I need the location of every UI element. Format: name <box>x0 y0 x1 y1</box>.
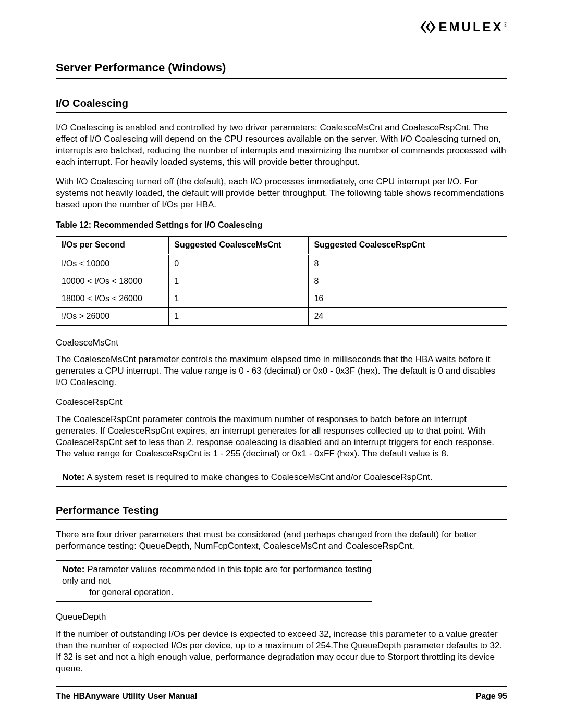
table-cell: 24 <box>309 308 507 326</box>
note-text: A system reset is required to make chang… <box>84 472 432 482</box>
col-ios: I/Os per Second <box>56 237 169 255</box>
table-cell: !/Os > 26000 <box>56 308 169 326</box>
logo-text: EMULEX® <box>439 19 507 35</box>
page-footer: The HBAnyware Utility User Manual Page 9… <box>56 686 507 702</box>
table-cell: 0 <box>169 254 309 273</box>
table-cell: 16 <box>309 290 507 308</box>
table-row: 10000 < I/Os < 1800018 <box>56 273 507 290</box>
table-cell: 8 <box>309 254 507 273</box>
note-line2: for general operation. <box>62 587 372 598</box>
para-perf-1: There are four driver parameters that mu… <box>56 529 507 552</box>
table-cell: 10000 < I/Os < 18000 <box>56 273 169 290</box>
table-row: !/Os > 26000124 <box>56 308 507 326</box>
svg-marker-1 <box>430 21 436 33</box>
emulex-icon <box>420 21 436 33</box>
para-coalescemscnt: The CoalesceMsCnt parameter controls the… <box>56 354 507 388</box>
note-line1: Parameter values recommended in this top… <box>62 564 371 586</box>
subheading-queuedepth: QueueDepth <box>56 611 507 623</box>
note-reset: Note: A system reset is required to make… <box>56 468 507 487</box>
col-rspcnt: Suggested CoalesceRspCnt <box>309 237 507 255</box>
col-mscnt: Suggested CoalesceMsCnt <box>169 237 309 255</box>
para-coalescing-1: I/O Coalescing is enabled and controlled… <box>56 122 507 168</box>
page-title: Server Performance (Windows) <box>56 60 507 79</box>
table-cell: 1 <box>169 273 309 290</box>
subheading-coalescerspcnt: CoalesceRspCnt <box>56 397 507 408</box>
table-cell: 18000 < I/Os < 26000 <box>56 290 169 308</box>
table-row: I/Os < 1000008 <box>56 254 507 273</box>
footer-left: The HBAnyware Utility User Manual <box>56 691 197 702</box>
subheading-coalescemscnt: CoalesceMsCnt <box>56 337 507 349</box>
brand-logo: EMULEX® <box>420 19 507 35</box>
section-heading-perf: Performance Testing <box>56 503 507 520</box>
para-coalescerspcnt: The CoalesceRspCnt parameter controls th… <box>56 414 507 460</box>
section-heading-coalescing: I/O Coalescing <box>56 96 507 113</box>
para-queuedepth: If the number of outstanding I/Os per de… <box>56 628 507 674</box>
table-caption: Table 12: Recommended Settings for I/O C… <box>56 220 507 231</box>
table-header-row: I/Os per Second Suggested CoalesceMsCnt … <box>56 237 507 255</box>
table-cell: I/Os < 10000 <box>56 254 169 273</box>
table-cell: 1 <box>169 308 309 326</box>
table-row: 18000 < I/Os < 26000116 <box>56 290 507 308</box>
svg-marker-2 <box>425 23 430 31</box>
coalescing-table: I/Os per Second Suggested CoalesceMsCnt … <box>56 236 507 326</box>
note-label: Note: <box>62 564 84 574</box>
note-label: Note: <box>62 472 84 482</box>
footer-right: Page 95 <box>476 691 507 702</box>
para-coalescing-2: With I/O Coalescing turned off (the defa… <box>56 176 507 211</box>
note-perf: Note: Parameter values recommended in th… <box>56 560 372 602</box>
table-cell: 1 <box>169 290 309 308</box>
svg-marker-0 <box>420 21 426 33</box>
table-cell: 8 <box>309 273 507 290</box>
